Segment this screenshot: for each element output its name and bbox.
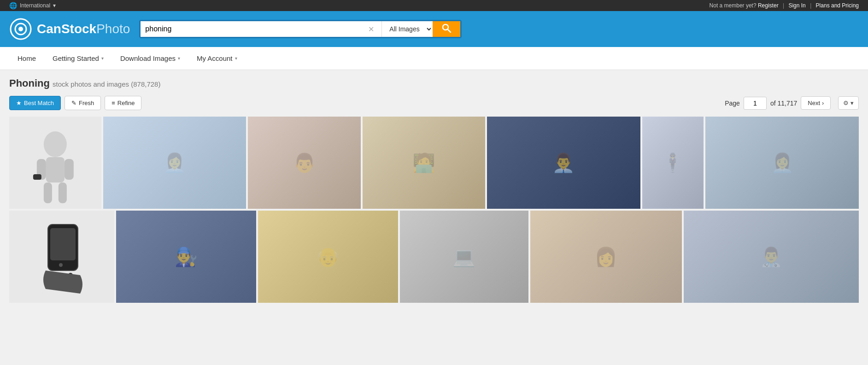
img-placeholder-2: 👩‍💼 [103,117,246,209]
svg-rect-9 [44,182,52,203]
img-placeholder-9: 👨‍🔧 [116,211,256,303]
brand-name: CanStockPhoto [37,22,130,36]
fresh-button[interactable]: ✎ Fresh [65,96,101,110]
svg-rect-6 [46,157,65,182]
search-clear-icon[interactable]: ✕ [365,25,377,34]
svg-point-2 [18,27,23,31]
header: CanStockPhoto ✕ All Images [0,11,868,47]
settings-caret: ▾ [850,100,854,106]
img-placeholder-13: 👨‍⚕️ [684,211,859,303]
image-cell-10[interactable]: 👴 [258,211,398,303]
image-cell-8[interactable] [9,211,114,303]
img-placeholder-10: 👴 [258,211,398,303]
gear-icon: ⚙ [843,100,849,106]
image-cell-13[interactable]: 👨‍⚕️ [684,211,859,303]
image-row-1: 👩‍💼 👨 🧑‍💻 👨‍💼 🕴️ 👩‍💼 [9,117,859,209]
nav-getting-started[interactable]: Getting Started ▾ [44,47,112,70]
settings-button[interactable]: ⚙ ▾ [838,96,859,110]
nav-home[interactable]: Home [9,47,44,70]
search-input[interactable] [145,21,365,37]
img-placeholder-6: 🕴️ [642,117,704,209]
separator-1: | [783,2,784,9]
nav-download-images[interactable]: Download Images ▾ [112,47,188,70]
of-pages: of 11,717 [770,100,797,107]
top-bar-left: 🌐 International ▾ [9,2,56,9]
image-cell-1[interactable] [9,117,101,209]
pagination: Page of 11,717 Next › [725,96,831,110]
image-cell-6[interactable]: 🕴️ [642,117,704,209]
img-placeholder-4: 🧑‍💻 [363,117,485,209]
svg-rect-8 [65,159,74,180]
result-count: stock photos and images (878,728) [53,80,160,88]
best-match-button[interactable]: ★ Best Match [9,96,61,110]
search-icon [442,24,451,33]
image-cell-2[interactable]: 👩‍💼 [103,117,246,209]
image-grid: 👩‍💼 👨 🧑‍💻 👨‍💼 🕴️ 👩‍💼 [9,117,859,303]
img-placeholder-3: 👨 [248,117,360,209]
nav-my-account[interactable]: My Account ▾ [188,47,246,70]
image-cell-5[interactable]: 👨‍💼 [487,117,640,209]
content: Phoning stock photos and images (878,728… [0,70,868,310]
brand-can: CanStock [37,22,96,36]
next-icon: › [822,100,824,106]
logo[interactable]: CanStockPhoto [9,18,130,41]
search-type-select[interactable]: All Images [381,21,433,37]
star-icon: ★ [16,100,22,106]
logo-icon [9,18,32,41]
image-cell-11[interactable]: 💻 [400,211,528,303]
globe-icon: 🌐 [9,2,17,9]
international-link[interactable]: International [20,2,50,9]
image-cell-7[interactable]: 👩‍💼 [705,117,859,209]
search-button[interactable] [433,21,460,37]
leaf-icon: ✎ [71,100,76,106]
filter-icon: ≡ [111,100,115,106]
search-bar: ✕ All Images [139,20,462,38]
download-images-caret: ▾ [178,56,180,61]
image-cell-12[interactable]: 👩 [530,211,682,303]
top-bar-right: Not a member yet? Register | Sign In | P… [710,2,859,9]
svg-point-14 [59,263,63,267]
not-member-text: Not a member yet? [710,2,757,9]
svg-line-4 [448,29,451,32]
my-account-caret: ▾ [235,56,237,61]
plans-link[interactable]: Plans and Pricing [816,2,859,9]
search-input-wrap: ✕ [141,21,381,37]
img-placeholder-11: 💻 [400,211,528,303]
svg-rect-10 [59,182,67,203]
sign-in-link[interactable]: Sign In [788,2,805,9]
img-placeholder-12: 👩 [530,211,682,303]
image-cell-4[interactable]: 🧑‍💻 [363,117,485,209]
page-label: Page [725,100,740,107]
navigation: Home Getting Started ▾ Download Images ▾… [0,47,868,70]
separator-2: | [810,2,811,9]
image-cell-3[interactable]: 👨 [248,117,360,209]
page-input[interactable] [744,97,767,110]
page-title: Phoning stock photos and images (878,728… [9,77,859,89]
refine-button[interactable]: ≡ Refine [105,96,141,110]
svg-rect-11 [33,174,41,180]
svg-point-5 [44,131,67,157]
img-placeholder-5: 👨‍💼 [487,117,640,209]
dropdown-caret: ▾ [53,2,56,9]
img-placeholder-7: 👩‍💼 [705,117,859,209]
register-link[interactable]: Register [758,2,779,9]
image-row-2: 👨‍🔧 👴 💻 👩 👨‍⚕️ [9,211,859,303]
next-button[interactable]: Next › [801,96,831,110]
top-bar: 🌐 International ▾ Not a member yet? Regi… [0,0,868,11]
toolbar: ★ Best Match ✎ Fresh ≡ Refine Page of 11… [9,96,859,110]
search-query-title: Phoning [9,77,50,89]
getting-started-caret: ▾ [101,56,104,61]
brand-photo: Photo [96,22,130,36]
svg-rect-13 [50,228,76,260]
image-cell-9[interactable]: 👨‍🔧 [116,211,256,303]
